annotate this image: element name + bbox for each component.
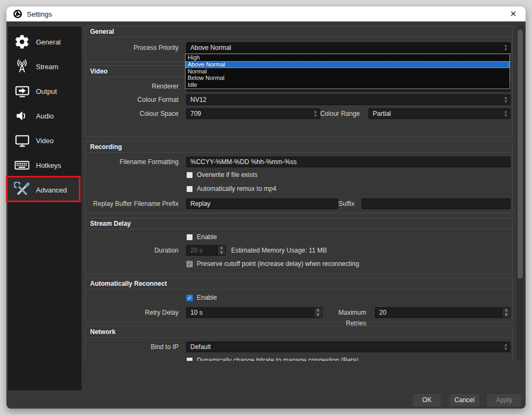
dynamic-bitrate-label: Dynamically change bitrate to manage con… <box>197 357 359 361</box>
colour-format-row: Colour Format NV12 <box>85 94 512 105</box>
gear-icon <box>13 33 31 51</box>
scrollbar-thumb[interactable] <box>518 29 523 279</box>
stream-delay-enable-checkbox[interactable] <box>186 234 193 241</box>
reconnect-enable-row: Enable <box>186 294 217 301</box>
duration-spinbox[interactable]: 20 s <box>186 245 226 256</box>
colour-range-combobox[interactable]: Partial <box>368 108 511 119</box>
preserve-cutoff-row: Preserve cutoff point (increase delay) w… <box>186 260 359 268</box>
dropdown-option-idle[interactable]: Idle <box>186 81 509 88</box>
combo-arrows-icon <box>501 95 510 105</box>
spinner-arrows-icon[interactable] <box>502 308 510 317</box>
colour-space-label: Colour Space <box>85 108 183 119</box>
retry-delay-row: Retry Delay 10 s Maximum Retries 20 <box>85 307 512 318</box>
renderer-label: Renderer <box>85 81 183 92</box>
sidebar-item-general[interactable]: General <box>8 29 82 54</box>
sidebar-item-label: Audio <box>36 112 54 120</box>
filename-formatting-input[interactable]: %CCYY-%MM-%DD %hh-%mm-%ss <box>186 157 511 167</box>
close-icon[interactable]: ✕ <box>507 9 519 19</box>
bind-to-ip-row: Bind to IP Default <box>85 342 512 352</box>
sidebar-item-output[interactable]: Output <box>8 79 82 103</box>
remux-checkbox-row: Automatically remux to mp4 <box>186 185 276 192</box>
preserve-cutoff-label: Preserve cutoff point (increase delay) w… <box>197 260 359 268</box>
max-retries-label: Maximum Retries <box>317 307 371 329</box>
monitor-icon <box>13 131 31 150</box>
sidebar-item-stream[interactable]: Stream <box>8 54 82 79</box>
replay-prefix-label: Replay Buffer Filename Prefix <box>85 198 183 209</box>
network-section: Network Bind to IP Default Dynamically c… <box>85 326 513 361</box>
max-retries-spinbox[interactable]: 20 <box>375 307 511 318</box>
speaker-icon <box>13 107 31 125</box>
section-title: General <box>85 26 512 38</box>
memory-usage-text: Estimated Memory Usage: 11 MB <box>231 245 327 256</box>
combo-arrows-icon <box>501 109 510 118</box>
reconnect-enable-label: Enable <box>197 294 217 301</box>
vertical-scrollbar[interactable] <box>516 26 524 361</box>
replay-buffer-row: Replay Buffer Filename Prefix Replay Suf… <box>85 198 512 209</box>
replay-prefix-input[interactable]: Replay <box>186 198 338 209</box>
stream-delay-section: Stream Delay Enable Duration 20 s Estima… <box>85 218 513 274</box>
section-title: Network <box>85 327 512 338</box>
obs-logo-icon <box>13 9 23 19</box>
recording-section: Recording Filename Formatting %CCYY-%MM-… <box>85 141 513 213</box>
colour-space-row: Colour Space 709 Colour Range Partial <box>85 108 512 119</box>
dropdown-option-normal[interactable]: Normal <box>186 68 509 75</box>
dynamic-bitrate-row: Dynamically change bitrate to manage con… <box>186 357 359 361</box>
colour-space-combobox[interactable]: 709 <box>186 108 320 119</box>
sidebar-item-label: Advanced <box>36 186 67 194</box>
stream-delay-enable-label: Enable <box>197 233 217 241</box>
broadcast-icon <box>13 57 31 76</box>
settings-sidebar: General Stream Output <box>8 27 82 390</box>
remux-checkbox[interactable] <box>186 186 193 192</box>
section-title: Automatically Reconnect <box>85 278 512 290</box>
stream-delay-enable-row: Enable <box>186 233 217 241</box>
suffix-input[interactable] <box>361 198 511 209</box>
sidebar-item-label: Output <box>36 87 57 95</box>
dropdown-option-below-normal[interactable]: Below Normal <box>186 75 509 81</box>
sidebar-item-label: Stream <box>36 63 58 71</box>
reconnect-enable-checkbox[interactable] <box>186 294 193 301</box>
overwrite-checkbox-row: Overwrite if file exists <box>186 171 257 179</box>
apply-button[interactable]: Apply <box>487 394 521 406</box>
process-priority-row: Process Priority Above Normal <box>85 42 512 53</box>
duration-row: Duration 20 s Estimated Memory Usage: 11… <box>85 245 512 256</box>
tools-icon <box>13 181 31 199</box>
cancel-button[interactable]: Cancel <box>449 394 479 406</box>
combo-arrows-icon <box>501 342 510 352</box>
spinner-arrows-icon[interactable] <box>217 246 225 255</box>
remux-label: Automatically remux to mp4 <box>197 185 276 192</box>
dropdown-option-above-normal[interactable]: Above Normal <box>186 61 509 68</box>
title-bar: Settings ✕ <box>6 6 526 21</box>
filename-formatting-row: Filename Formatting %CCYY-%MM-%DD %hh-%m… <box>85 157 512 167</box>
sidebar-item-label: General <box>36 38 61 46</box>
keyboard-icon <box>13 156 31 174</box>
process-priority-label: Process Priority <box>85 42 183 53</box>
colour-format-label: Colour Format <box>85 94 183 105</box>
bind-to-ip-combobox[interactable]: Default <box>186 342 511 352</box>
overwrite-label: Overwrite if file exists <box>197 171 257 179</box>
sidebar-item-hotkeys[interactable]: Hotkeys <box>8 153 82 177</box>
window-title: Settings <box>27 10 52 18</box>
retry-delay-spinbox[interactable]: 10 s <box>186 307 322 318</box>
sidebar-item-audio[interactable]: Audio <box>8 103 82 128</box>
ok-button[interactable]: OK <box>413 394 441 406</box>
process-priority-combobox[interactable]: Above Normal <box>186 42 511 53</box>
sidebar-item-advanced[interactable]: Advanced <box>8 177 82 202</box>
settings-window: Settings ✕ General Stream <box>6 6 526 409</box>
dynamic-bitrate-checkbox[interactable] <box>186 357 193 361</box>
combo-arrows-icon <box>501 43 510 53</box>
overwrite-checkbox[interactable] <box>186 172 193 179</box>
colour-range-label: Colour Range <box>311 108 364 119</box>
filename-formatting-label: Filename Formatting <box>85 157 183 167</box>
sidebar-item-label: Hotkeys <box>36 161 61 169</box>
sidebar-item-video[interactable]: Video <box>8 128 82 153</box>
retry-delay-label: Retry Delay <box>85 307 183 318</box>
output-icon <box>13 82 31 100</box>
section-title: Recording <box>85 142 512 153</box>
suffix-label: Suffix <box>326 198 359 209</box>
section-title: Stream Delay <box>85 218 512 229</box>
colour-format-combobox[interactable]: NV12 <box>186 94 511 105</box>
process-priority-dropdown: High Above Normal Normal Below Normal Id… <box>185 54 510 89</box>
preserve-cutoff-checkbox[interactable] <box>186 261 193 268</box>
duration-label: Duration <box>85 245 183 256</box>
dropdown-option-high[interactable]: High <box>186 54 509 61</box>
